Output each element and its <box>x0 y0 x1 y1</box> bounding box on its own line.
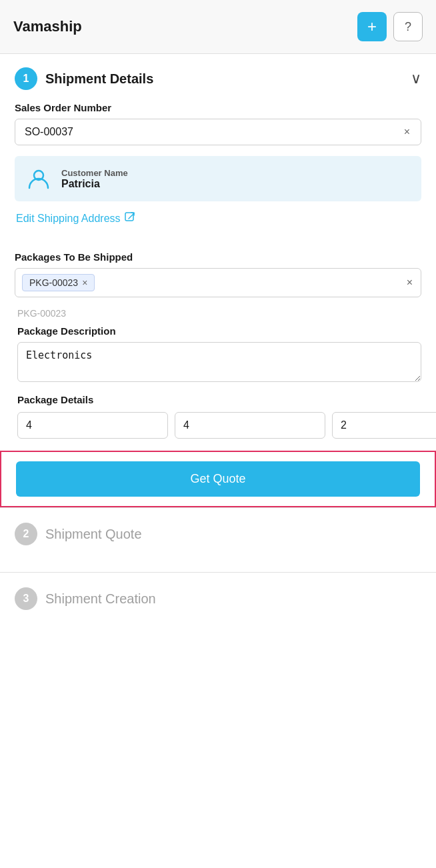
customer-label: Customer Name <box>61 168 128 178</box>
pkg-detail-input-3[interactable] <box>332 412 436 439</box>
step1-header: 1 Shipment Details ∨ <box>15 67 421 90</box>
get-quote-button[interactable]: Get Quote <box>16 461 420 497</box>
pkg-details-label: Package Details <box>17 394 421 405</box>
edit-icon <box>125 212 135 225</box>
customer-card: Customer Name Patricia <box>15 156 421 201</box>
package-tag: PKG-00023 × <box>22 274 95 291</box>
packages-tag-input[interactable]: PKG-00023 × × <box>15 268 421 297</box>
step2-header: 2 Shipment Quote <box>15 523 421 545</box>
package-tag-remove[interactable]: × <box>82 277 87 288</box>
packages-section: Packages To Be Shipped PKG-00023 × × PKG… <box>0 241 436 439</box>
help-button[interactable]: ? <box>393 12 423 41</box>
sales-order-field: × <box>15 119 421 145</box>
step1-chevron[interactable]: ∨ <box>411 70 421 87</box>
pkg-detail-input-1[interactable] <box>17 412 168 439</box>
step1-circle: 1 <box>15 67 37 90</box>
svg-rect-1 <box>125 213 133 221</box>
edit-shipping-label: Edit Shipping Address <box>16 213 121 225</box>
step3-header-left: 3 Shipment Creation <box>15 587 156 610</box>
customer-avatar <box>25 165 52 192</box>
app-container: Vamaship + ? 1 Shipment Details ∨ Sales … <box>0 0 436 868</box>
step1-header-left: 1 Shipment Details <box>15 67 153 90</box>
pkg-id-label: PKG-00023 <box>17 308 421 319</box>
pkg-details-row <box>17 412 421 439</box>
step1-title: Shipment Details <box>45 71 153 87</box>
pkg-desc-label: Package Description <box>17 325 421 337</box>
pkg-desc-textarea[interactable]: Electronics <box>17 342 421 382</box>
clear-packages-button[interactable]: × <box>405 277 414 289</box>
package-tag-label: PKG-00023 <box>29 277 78 288</box>
customer-info: Customer Name Patricia <box>61 168 128 190</box>
main-content: 1 Shipment Details ∨ Sales Order Number … <box>0 54 436 868</box>
step2-title: Shipment Quote <box>45 527 142 542</box>
step3-title: Shipment Creation <box>45 591 156 607</box>
app-title: Vamaship <box>13 18 82 35</box>
step3-section: 3 Shipment Creation <box>0 572 436 637</box>
clear-sales-order-button[interactable]: × <box>403 126 411 138</box>
sales-order-input[interactable] <box>25 126 403 138</box>
pkg-detail-input-2[interactable] <box>175 412 325 439</box>
app-header: Vamaship + ? <box>0 0 436 54</box>
sales-order-label: Sales Order Number <box>15 102 421 113</box>
package-detail-box: PKG-00023 Package Description Electronic… <box>15 308 421 439</box>
edit-shipping-address-link[interactable]: Edit Shipping Address <box>15 209 421 227</box>
add-button[interactable]: + <box>357 12 387 41</box>
step3-circle: 3 <box>15 587 37 610</box>
header-buttons: + ? <box>357 12 423 41</box>
get-quote-container: Get Quote <box>0 451 436 507</box>
step3-header: 3 Shipment Creation <box>15 587 421 610</box>
step1-section: 1 Shipment Details ∨ Sales Order Number … <box>0 54 436 227</box>
customer-name: Patricia <box>61 178 128 190</box>
step2-section: 2 Shipment Quote <box>0 507 436 572</box>
step2-circle: 2 <box>15 523 37 545</box>
packages-label: Packages To Be Shipped <box>15 251 421 263</box>
step2-header-left: 2 Shipment Quote <box>15 523 142 545</box>
